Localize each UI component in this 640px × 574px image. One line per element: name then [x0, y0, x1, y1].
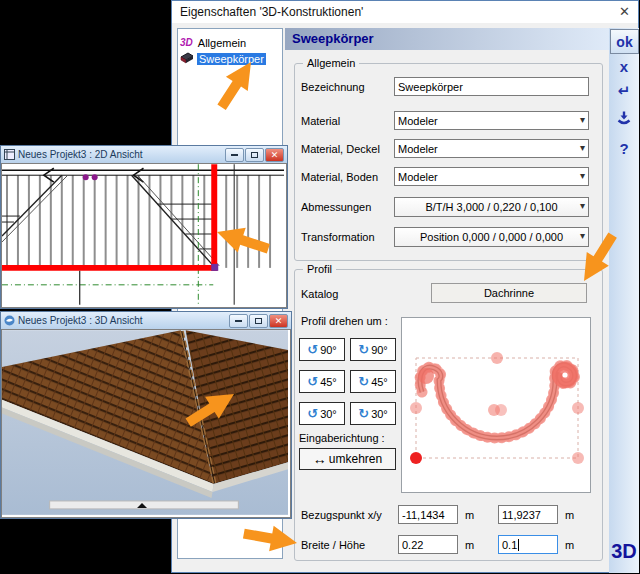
katalog-button[interactable]: Dachrinne [431, 283, 587, 303]
abmessungen-select[interactable]: B/T/H 3,000 / 0,220 / 0,100 ▾ [394, 197, 589, 217]
breite-input[interactable] [398, 535, 458, 554]
material-deckel-value: Modeler [398, 143, 438, 155]
rotate-label: 30° [320, 408, 337, 420]
profil-drehen-label: Profil drehen um : [301, 315, 388, 327]
material-deckel-label: Material, Deckel [301, 143, 380, 155]
tree-item-label: Allgemein [196, 37, 248, 49]
roof-3d-rendering [2, 330, 288, 515]
rotate-label: 90° [320, 344, 337, 356]
left-right-arrow-icon: ↔ [313, 451, 327, 467]
help-button[interactable]: ? [609, 140, 639, 157]
transformation-value: Position 0,000 / 0,000 / 0,000 [420, 231, 563, 243]
3d-icon: 3D [180, 37, 193, 48]
katalog-label: Katalog [301, 288, 338, 300]
material-value: Modeler [398, 115, 438, 127]
bezeichnung-label: Bezeichnung [301, 81, 365, 93]
return-arrow-icon: ↵ [618, 82, 631, 99]
bezeichnung-input[interactable] [394, 77, 589, 96]
profile-preview[interactable] [401, 317, 591, 493]
gutter-profile-drawing [402, 318, 590, 492]
close-icon[interactable]: ✕ [269, 314, 288, 328]
abmessungen-label: Abmessungen [301, 201, 371, 213]
tree-item-allgemein[interactable]: 3D Allgemein [180, 35, 248, 50]
minimize-icon[interactable] [225, 148, 244, 162]
view3d-window-icon [4, 315, 15, 326]
minimize-icon[interactable] [229, 314, 248, 328]
close-icon[interactable]: ✕ [619, 4, 630, 19]
rotate-ccw-45-button[interactable]: ↺45° [299, 370, 345, 393]
material-label: Material [301, 115, 340, 127]
view3d-canvas[interactable] [1, 329, 291, 518]
reference-point-dot [410, 452, 422, 464]
rotate-label: 45° [371, 376, 388, 388]
rotate-cw-45-button[interactable]: ↻45° [350, 370, 396, 393]
rotate-ccw-icon: ↺ [307, 343, 318, 356]
group-allgemein-label: Allgemein [303, 57, 359, 69]
rotate-cw-icon: ↻ [358, 407, 369, 420]
apply-button[interactable] [609, 110, 639, 129]
rotate-cw-90-button[interactable]: ↻90° [350, 338, 396, 361]
material-select[interactable]: Modeler ▾ [394, 111, 589, 130]
rotate-cw-30-button[interactable]: ↻30° [350, 402, 396, 425]
bezugspunkt-y-input[interactable] [498, 505, 558, 524]
bezugspunkt-label: Bezugspunkt x/y [301, 509, 382, 521]
rotate-cw-icon: ↻ [358, 375, 369, 388]
plan-window-icon [4, 149, 15, 160]
restore-icon[interactable] [249, 314, 268, 328]
rotate-ccw-icon: ↺ [307, 407, 318, 420]
unit-label: m [565, 539, 574, 551]
import-drop-icon [616, 110, 632, 126]
view3d-window: Neues Projekt3 : 3D Ansicht ✕ [0, 311, 292, 519]
material-boden-select[interactable]: Modeler ▾ [394, 167, 589, 186]
chevron-down-icon[interactable]: ▾ [580, 200, 585, 211]
view3d-window-titlebar[interactable]: Neues Projekt3 : 3D Ansicht ✕ [1, 312, 291, 329]
group-profil-label: Profil [303, 263, 336, 275]
breite-hoehe-label: Breite / Höhe [301, 539, 365, 551]
ok-button[interactable]: ok [610, 29, 639, 54]
material-deckel-select[interactable]: Modeler ▾ [394, 139, 589, 158]
dialog-titlebar[interactable]: Eigenschaften '3D-Konstruktionen' ✕ [172, 1, 638, 23]
unit-label: m [565, 509, 574, 521]
rotate-ccw-90-button[interactable]: ↺90° [299, 338, 345, 361]
plan-window-titlebar[interactable]: Neues Projekt3 : 2D Ansicht ✕ [1, 146, 287, 163]
bezugspunkt-x-input[interactable] [398, 505, 458, 524]
page-title: Sweepkörper [285, 28, 609, 50]
hoehe-input[interactable]: 0.1 [498, 535, 558, 554]
chevron-down-icon[interactable]: ▾ [580, 142, 585, 153]
transformation-select[interactable]: Position 0,000 / 0,000 / 0,000 ▾ [394, 227, 589, 247]
cancel-button[interactable]: x [609, 58, 639, 75]
enter-button[interactable]: ↵ [609, 82, 639, 100]
chevron-down-icon[interactable]: ▾ [580, 170, 585, 181]
rotate-ccw-icon: ↺ [307, 375, 318, 388]
restore-icon[interactable] [245, 148, 264, 162]
sweep-body-icon [180, 52, 194, 66]
close-icon[interactable]: ✕ [265, 148, 284, 162]
material-boden-label: Material, Boden [301, 171, 378, 183]
rotate-label: 45° [320, 376, 337, 388]
window-title: Neues Projekt3 : 2D Ansicht [18, 149, 225, 160]
dialog-title: Eigenschaften '3D-Konstruktionen' [180, 5, 363, 19]
chevron-down-icon[interactable]: ▾ [580, 114, 585, 125]
app-3d-logo: 3D [609, 540, 639, 563]
hoehe-value: 0.1 [502, 539, 517, 551]
rotate-label: 30° [371, 408, 388, 420]
umkehren-label: umkehren [329, 452, 382, 466]
katalog-value: Dachrinne [484, 287, 534, 299]
window-title: Neues Projekt3 : 3D Ansicht [18, 315, 229, 326]
text-caret [518, 539, 519, 551]
side-toolbar: ok x ↵ ? 3D [609, 28, 639, 573]
eingaberichtung-label: Eingaberichtung : [299, 432, 385, 444]
abmessungen-value: B/T/H 3,000 / 0,220 / 0,100 [425, 201, 557, 213]
unit-label: m [465, 509, 474, 521]
transformation-label: Transformation [301, 231, 375, 243]
unit-label: m [465, 539, 474, 551]
rotate-ccw-30-button[interactable]: ↺30° [299, 402, 345, 425]
material-boden-value: Modeler [398, 171, 438, 183]
rotate-label: 90° [371, 344, 388, 356]
umkehren-button[interactable]: ↔ umkehren [299, 448, 396, 470]
rotate-cw-icon: ↻ [358, 343, 369, 356]
chevron-down-icon[interactable]: ▾ [580, 230, 585, 241]
